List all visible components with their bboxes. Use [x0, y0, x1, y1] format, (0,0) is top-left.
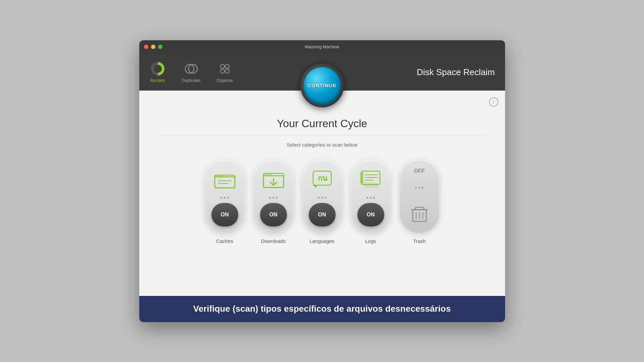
svg-rect-22	[364, 183, 378, 188]
downloads-icon-area	[260, 166, 287, 193]
toggle-downloads[interactable]: ON	[253, 159, 294, 233]
continue-button-outer: CONTINUE	[300, 64, 344, 107]
reclaim-icon	[150, 61, 165, 76]
banner-text: Verifique (scan) tipos específicos de ar…	[153, 303, 492, 315]
close-button[interactable]	[144, 45, 148, 49]
languages-dots	[318, 197, 326, 199]
caches-state: ON	[221, 212, 229, 218]
nav-item-duplicates[interactable]: Duplicates	[180, 61, 203, 83]
caches-icon	[213, 170, 237, 189]
reclaim-icon-wrap	[150, 61, 165, 76]
trash-icon	[408, 201, 431, 225]
organize-icon-wrap	[217, 61, 232, 76]
trash-off-area: OFF	[406, 166, 433, 176]
svg-rect-9	[215, 177, 235, 188]
languages-on-area: ON	[309, 203, 336, 226]
continue-button-wrap: CONTINUE	[300, 64, 344, 107]
languages-icon: กน	[310, 169, 334, 190]
duplicates-icon	[184, 61, 199, 76]
caches-icon-area	[211, 166, 238, 193]
languages-icon-area: กน	[309, 166, 336, 193]
categories-container: ON Caches	[205, 159, 440, 244]
nav-items: Reclaim Duplicates	[146, 61, 237, 83]
svg-point-5	[225, 64, 229, 68]
organize-icon	[217, 61, 232, 76]
toggle-languages[interactable]: กน ON	[302, 159, 342, 233]
toggle-logs[interactable]: ON	[351, 159, 391, 233]
trash-state: OFF	[414, 168, 425, 174]
window-controls	[144, 45, 162, 49]
logs-icon-area	[357, 166, 384, 193]
info-button[interactable]: i	[489, 97, 498, 107]
downloads-on-area: ON	[260, 203, 287, 226]
nav-label-duplicates: Duplicates	[182, 78, 200, 83]
svg-point-7	[225, 69, 229, 73]
toggle-caches[interactable]: ON	[205, 159, 245, 233]
cycle-title: Your Current Cycle	[277, 117, 367, 130]
caches-dots	[220, 197, 229, 199]
toolbar: Reclaim Duplicates	[139, 54, 505, 91]
svg-point-4	[220, 64, 225, 68]
duplicates-icon-wrap	[184, 61, 199, 76]
logs-state: ON	[367, 212, 375, 218]
category-downloads: ON Downloads	[253, 159, 294, 244]
logs-label: Logs	[365, 238, 376, 244]
category-trash: OFF	[399, 159, 440, 244]
svg-rect-18	[360, 172, 363, 184]
titlebar: Washing Machine	[139, 40, 505, 54]
category-caches: ON Caches	[205, 159, 245, 244]
caches-on-area: ON	[211, 203, 238, 226]
downloads-state: ON	[269, 212, 278, 218]
trash-dots	[415, 187, 424, 189]
nav-label-reclaim: Reclaim	[150, 78, 165, 83]
toolbar-title: Disk Space Reclaim	[417, 67, 495, 77]
toggle-trash[interactable]: OFF	[399, 159, 440, 233]
nav-item-reclaim[interactable]: Reclaim	[146, 61, 169, 83]
svg-text:กน: กน	[318, 174, 328, 183]
downloads-icon	[262, 170, 285, 189]
scan-subtitle: Select categories to scan below	[287, 142, 357, 148]
divider	[157, 135, 487, 135]
logs-icon	[359, 169, 383, 190]
nav-label-organize: Organize	[216, 78, 233, 83]
window-title: Washing Machine	[305, 44, 339, 49]
minimize-button[interactable]	[151, 45, 155, 49]
main-window: Washing Machine Reclaim	[139, 40, 505, 322]
svg-rect-25	[415, 207, 424, 210]
logs-dots	[366, 197, 375, 199]
nav-item-organize[interactable]: Organize	[213, 61, 237, 83]
svg-point-6	[220, 69, 225, 73]
logs-on-area: ON	[357, 203, 384, 226]
maximize-button[interactable]	[158, 45, 162, 49]
downloads-dots	[269, 197, 278, 199]
svg-point-1	[154, 65, 162, 73]
main-content: i Your Current Cycle Select categories t…	[139, 91, 505, 296]
category-logs: ON Logs	[351, 159, 391, 244]
languages-state: ON	[318, 212, 326, 218]
info-icon: i	[493, 99, 494, 105]
continue-button[interactable]: CONTINUE	[304, 67, 341, 104]
trash-icon-area	[406, 200, 433, 226]
caches-label: Caches	[216, 238, 233, 244]
languages-label: Languages	[309, 238, 334, 244]
downloads-label: Downloads	[261, 238, 286, 244]
continue-label: CONTINUE	[307, 83, 336, 88]
category-languages: กน ON Languages	[302, 159, 342, 244]
bottom-banner: Verifique (scan) tipos específicos de ar…	[139, 296, 505, 322]
trash-label: Trash	[413, 238, 426, 244]
